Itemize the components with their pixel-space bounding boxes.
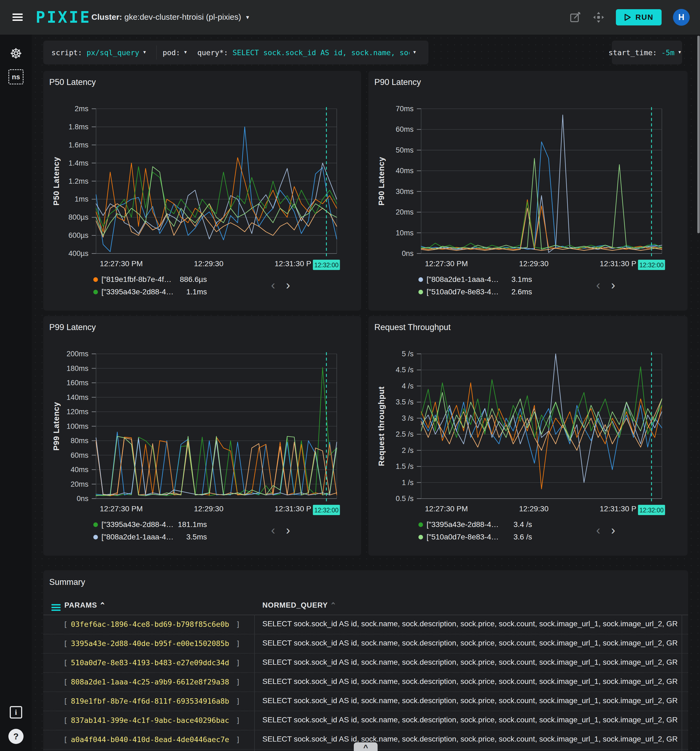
bracket: [	[63, 697, 68, 705]
p90-latency-chart[interactable]: 70ms60ms50ms40ms30ms20ms10ms0ns12:27:30 …	[368, 71, 686, 272]
svg-text:12:31:30 P: 12:31:30 P	[600, 260, 636, 268]
vertical-scrollbar[interactable]	[697, 36, 700, 233]
param-uuid: a0a4f044-b040-410d-8ead-4de0446aec7e	[71, 735, 229, 744]
legend-item[interactable]: ["3395a43e-2d88-4… 3.4 /s	[419, 519, 570, 530]
bracket: ]	[236, 697, 240, 705]
normed-query-cell: SELECT sock.sock_id AS id, sock.name, so…	[263, 696, 688, 705]
menu-icon[interactable]	[12, 12, 23, 23]
request-throughput-chart[interactable]: 5 /s4.5 /s4 /s3.5 /s3 /s2.5 /s2 /s1.5 /s…	[368, 316, 686, 518]
svg-text:10ms: 10ms	[396, 229, 414, 237]
move-widgets-icon[interactable]	[593, 11, 604, 23]
chevron-down-icon[interactable]: ▾	[142, 48, 146, 56]
svg-text:60ms: 60ms	[71, 451, 88, 459]
column-header-normed-query[interactable]: NORMED_QUERY^	[263, 601, 336, 609]
legend-item[interactable]: ["808a2de1-1aaa-4… 3.5ms	[93, 531, 245, 543]
legend-prev-icon[interactable]: ‹	[596, 524, 600, 536]
info-icon[interactable]: i	[0, 706, 32, 719]
svg-text:12:31:30 P: 12:31:30 P	[600, 505, 636, 513]
param-uuid: 03fef6ac-1896-4ce8-bd69-b798f85c6e0b	[71, 620, 229, 629]
svg-text:12:27:30 PM: 12:27:30 PM	[425, 505, 468, 513]
chevron-down-icon: ▾	[246, 14, 249, 21]
script-value[interactable]: px/sql_query	[87, 48, 139, 57]
legend-next-icon[interactable]: ›	[611, 524, 615, 536]
table-row[interactable]: [510a0d7e-8e83-4193-b483-e27e09ddc34d]SE…	[43, 654, 688, 673]
legend-prev-icon[interactable]: ‹	[271, 279, 275, 291]
cluster-label: Cluster:	[91, 12, 122, 22]
legend-item[interactable]: ["819e1fbf-8b7e-4f… 886.6µs	[93, 274, 245, 285]
run-button[interactable]: RUN	[616, 9, 661, 25]
play-icon	[624, 14, 631, 21]
normed-query-cell: SELECT sock.sock_id AS id, sock.name, so…	[263, 677, 688, 686]
legend-item[interactable]: ["808a2de1-1aaa-4… 3.1ms	[419, 274, 570, 285]
p50-latency-chart[interactable]: 2ms1.8ms1.6ms1.4ms1.2ms1ms800µs600µs400µ…	[43, 71, 361, 272]
start-time-label: start_time:	[609, 48, 657, 57]
svg-text:2ms: 2ms	[75, 105, 88, 113]
normed-query-cell: SELECT sock.sock_id AS id, sock.name, so…	[263, 620, 688, 628]
kubernetes-icon[interactable]: ☸	[0, 45, 32, 62]
legend-item[interactable]: ["510a0d7e-8e83-4… 3.6 /s	[419, 531, 570, 543]
table-row[interactable]: [837ab141-399e-4c1f-9abc-bace40296bac]SE…	[43, 711, 688, 731]
legend-next-icon[interactable]: ›	[286, 524, 290, 536]
svg-text:4.5 /s: 4.5 /s	[396, 366, 414, 374]
collapse-table-button[interactable]: ^	[354, 742, 378, 751]
svg-text:12:31:30 P: 12:31:30 P	[275, 260, 311, 268]
legend-prev-icon[interactable]: ‹	[271, 524, 275, 536]
divider	[156, 45, 157, 60]
legend-next-icon[interactable]: ›	[611, 279, 615, 291]
column-header-params[interactable]: PARAMS^	[64, 601, 105, 609]
chevron-up-icon: ^	[363, 743, 368, 751]
chevron-down-icon[interactable]: ▾	[413, 48, 417, 56]
cluster-value: gke:dev-cluster-htroisi (pl-pixies)	[124, 12, 241, 22]
p90-latency-panel: P90 Latency 70ms60ms50ms40ms30ms20ms10ms…	[368, 71, 688, 311]
legend-prev-icon[interactable]: ‹	[596, 279, 600, 291]
svg-text:12:32:00: 12:32:00	[640, 507, 664, 514]
table-row[interactable]: [808a2de1-1aaa-4c25-a9b9-6612e8f29a38]SE…	[43, 673, 688, 692]
svg-text:20ms: 20ms	[71, 480, 88, 488]
legend-item[interactable]: ["3395a43e-2d88-4… 1.1ms	[93, 286, 245, 298]
svg-text:3 /s: 3 /s	[402, 414, 414, 422]
normed-query-cell: SELECT sock.sock_id AS id, sock.name, so…	[263, 715, 688, 724]
svg-text:1 /s: 1 /s	[402, 479, 414, 487]
legend-item[interactable]: ["510a0d7e-8e83-4… 2.6ms	[419, 286, 570, 298]
bracket: [	[63, 716, 68, 725]
param-uuid: 837ab141-399e-4c1f-9abc-bace40296bac	[71, 716, 229, 725]
column-divider[interactable]	[681, 615, 682, 751]
table-menu-icon[interactable]	[51, 603, 60, 612]
svg-text:12:29:30: 12:29:30	[519, 505, 549, 513]
svg-text:Request throughput: Request throughput	[377, 386, 386, 466]
pixie-logo: PIXIE	[36, 8, 91, 26]
pod-label: pod:	[162, 48, 180, 57]
svg-text:60ms: 60ms	[396, 125, 414, 133]
normed-query-cell: SELECT sock.sock_id AS id, sock.name, so…	[263, 735, 688, 743]
param-uuid: 819e1fbf-8b7e-4f6d-811f-693534916a8b	[71, 697, 229, 705]
table-row[interactable]: [3395a43e-2d88-40de-b95f-e00e1502085b]SE…	[43, 634, 688, 654]
avatar[interactable]: H	[673, 9, 690, 26]
namespace-icon[interactable]: ns	[0, 69, 32, 84]
table-row[interactable]: [03fef6ac-1896-4ce8-bd69-b798f85c6e0b]SE…	[43, 615, 688, 634]
svg-text:12:29:30: 12:29:30	[194, 505, 223, 513]
svg-text:5 /s: 5 /s	[402, 350, 414, 358]
edit-script-icon[interactable]	[569, 11, 581, 23]
svg-text:1.4ms: 1.4ms	[68, 159, 88, 167]
p99-latency-panel: P99 Latency 200ms180ms160ms140ms120ms100…	[43, 316, 361, 556]
help-icon[interactable]: ?	[0, 729, 32, 744]
top-app-bar: PIXIE Cluster: gke:dev-cluster-htroisi (…	[0, 0, 700, 35]
svg-text:800µs: 800µs	[68, 213, 88, 221]
cluster-selector[interactable]: Cluster: gke:dev-cluster-htroisi (pl-pix…	[91, 12, 249, 22]
start-time-selector[interactable]: start_time: -5m ▾	[612, 40, 682, 64]
column-divider[interactable]	[254, 615, 255, 751]
p99-latency-chart[interactable]: 200ms180ms160ms140ms120ms100ms80ms60ms40…	[43, 316, 361, 518]
query-value[interactable]: SELECT sock.sock_id AS id, sock.name, so…	[233, 48, 409, 57]
legend-item[interactable]: ["3395a43e-2d88-4… 181.1ms	[93, 519, 245, 530]
bracket: ]	[236, 620, 240, 629]
svg-text:1ms: 1ms	[75, 195, 88, 203]
normed-query-cell: SELECT sock.sock_id AS id, sock.name, so…	[263, 639, 688, 647]
legend-next-icon[interactable]: ›	[286, 279, 290, 291]
bracket: [	[63, 620, 68, 629]
chevron-down-icon[interactable]: ▾	[183, 48, 187, 56]
svg-text:40ms: 40ms	[396, 167, 414, 175]
bracket: ]	[236, 735, 240, 744]
table-row[interactable]: [819e1fbf-8b7e-4f6d-811f-693534916a8b]SE…	[43, 692, 688, 711]
svg-text:12:27:30 PM: 12:27:30 PM	[100, 505, 143, 513]
svg-text:0ns: 0ns	[402, 249, 414, 258]
